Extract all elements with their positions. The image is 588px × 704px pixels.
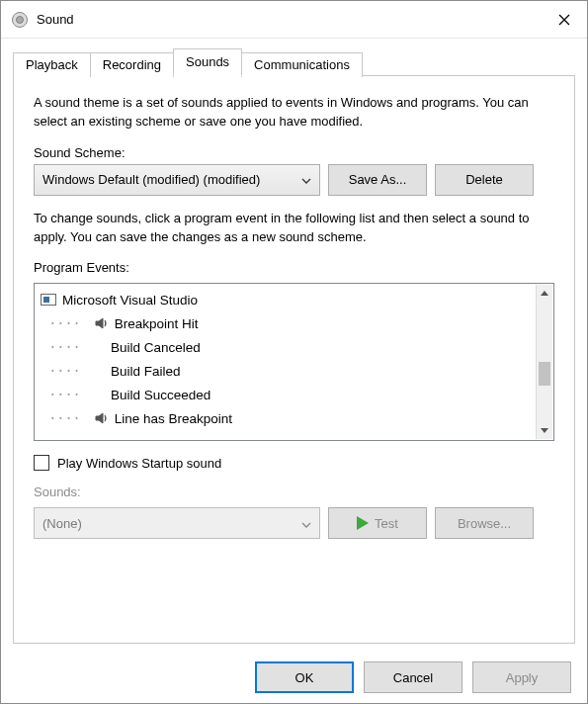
sound-file-value: (None) <box>42 516 82 531</box>
sound-dialog: Sound Playback Recording Sounds Communic… <box>0 0 588 704</box>
browse-button: Browse... <box>435 507 534 539</box>
tab-recording[interactable]: Recording <box>90 52 174 77</box>
svg-marker-5 <box>96 413 103 423</box>
apply-button: Apply <box>472 661 571 693</box>
event-label: Line has Breakpoint <box>115 411 232 426</box>
svg-point-1 <box>17 16 24 23</box>
event-label: Build Canceled <box>111 340 201 355</box>
speaker-icon <box>95 412 109 424</box>
sound-file-dropdown: (None) <box>34 507 320 539</box>
scheme-dropdown[interactable]: Windows Default (modified) (modified) <box>34 164 320 196</box>
scheme-label: Sound Scheme: <box>34 145 554 160</box>
sound-file-section: Sounds: (None) Test Browse... <box>34 484 554 539</box>
tab-panel-wrap: A sound theme is a set of sounds applied… <box>1 76 587 652</box>
event-item[interactable]: ···· Build Failed <box>41 359 553 383</box>
speaker-icon <box>95 317 109 329</box>
chevron-down-icon <box>301 172 311 187</box>
titlebar: Sound <box>1 1 587 39</box>
sounds-label: Sounds: <box>34 484 554 499</box>
sounds-panel: A sound theme is a set of sounds applied… <box>13 75 575 644</box>
scheme-value: Windows Default (modified) (modified) <box>42 172 295 187</box>
close-button[interactable] <box>542 1 587 38</box>
event-group[interactable]: Microsoft Visual Studio <box>41 288 553 311</box>
chevron-down-icon <box>301 516 311 531</box>
events-label: Program Events: <box>34 260 554 275</box>
window-title: Sound <box>37 12 542 27</box>
event-label: Build Succeeded <box>111 388 210 402</box>
event-item[interactable]: ···· Build Canceled <box>41 335 553 359</box>
tab-sounds[interactable]: Sounds <box>173 48 242 76</box>
theme-description: A sound theme is a set of sounds applied… <box>34 94 554 132</box>
dialog-footer: OK Cancel Apply <box>1 652 587 703</box>
scroll-thumb[interactable] <box>539 362 550 386</box>
program-events-list[interactable]: Microsoft Visual Studio ···· Breakpoint … <box>34 283 554 441</box>
startup-sound-label: Play Windows Startup sound <box>57 456 221 471</box>
delete-button[interactable]: Delete <box>435 164 534 196</box>
tab-communications[interactable]: Communications <box>241 52 363 77</box>
tab-playback[interactable]: Playback <box>13 52 91 77</box>
svg-marker-4 <box>96 318 103 328</box>
startup-sound-checkbox-row: Play Windows Startup sound <box>34 455 554 471</box>
events-section: Program Events: Microsoft Visual Studio … <box>34 260 554 441</box>
ok-button[interactable]: OK <box>255 661 354 693</box>
event-label: Breakpoint Hit <box>115 316 199 331</box>
sound-app-icon <box>11 11 29 29</box>
app-group-icon <box>41 294 56 306</box>
scheme-section: Sound Scheme: Windows Default (modified)… <box>34 145 554 196</box>
event-item[interactable]: ···· Line has Breakpoint <box>41 406 553 430</box>
tabs: Playback Recording Sounds Communications <box>1 39 587 76</box>
events-scrollbar[interactable] <box>536 285 552 439</box>
event-item[interactable]: ···· Breakpoint Hit <box>41 311 553 335</box>
startup-sound-checkbox[interactable] <box>34 455 49 471</box>
play-icon <box>357 516 369 530</box>
scroll-down-arrow[interactable] <box>537 422 552 439</box>
scroll-up-arrow[interactable] <box>537 285 552 302</box>
change-description: To change sounds, click a program event … <box>34 210 554 247</box>
test-button: Test <box>328 507 427 539</box>
cancel-button[interactable]: Cancel <box>364 661 462 693</box>
event-label: Build Failed <box>111 364 181 379</box>
save-as-button[interactable]: Save As... <box>328 164 427 196</box>
event-item[interactable]: ···· Build Succeeded <box>41 383 553 406</box>
event-group-label: Microsoft Visual Studio <box>62 293 198 308</box>
